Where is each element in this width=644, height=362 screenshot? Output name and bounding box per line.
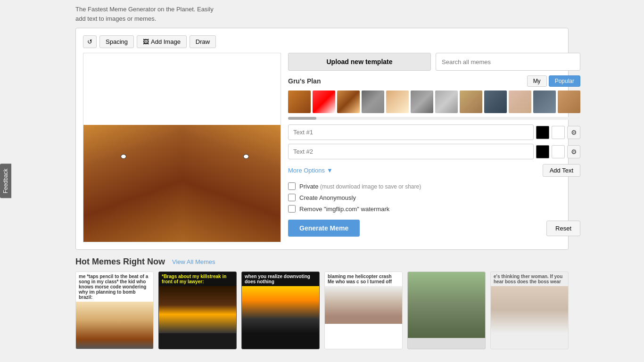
scroll-bar[interactable]	[288, 117, 580, 120]
hot-meme-4-text: blaming me helicopter crash Me who was c…	[325, 272, 402, 286]
meme-grid: me *taps pencil to the beat of a song in…	[75, 272, 569, 349]
text-row-2: ⚙	[288, 144, 580, 159]
thumb-12[interactable]	[558, 90, 580, 113]
text2-color-white[interactable]	[552, 145, 565, 158]
hot-meme-1-text: me *taps pencil to the beat of a song in…	[76, 272, 153, 302]
right-panel: Upload new template Gru's Plan My Popula…	[288, 53, 580, 242]
feedback-sidebar[interactable]: Feedback	[0, 164, 11, 198]
remove-watermark-checkbox[interactable]	[288, 205, 296, 213]
hot-meme-5-img	[408, 272, 485, 338]
meme-canvas	[83, 53, 281, 242]
add-image-icon: 🖼	[143, 38, 149, 45]
thumb-6[interactable]	[411, 90, 433, 113]
generate-meme-button[interactable]: Generate Meme	[288, 220, 360, 237]
hot-memes-header: Hot Memes Right Now View All Memes	[75, 257, 569, 267]
options-row: More Options ▼ Add Text	[288, 164, 580, 177]
hot-meme-1-img	[76, 302, 153, 349]
meme-monkey-section	[83, 125, 281, 242]
create-anon-checkbox[interactable]	[288, 194, 296, 201]
plan-header: Gru's Plan My Popular	[288, 75, 580, 87]
add-text-button[interactable]: Add Text	[543, 164, 580, 177]
right-top-row: Upload new template	[288, 53, 580, 71]
create-anon-label: Create Anonymously	[299, 194, 356, 201]
private-checkbox-row: Private (must download image to save or …	[288, 182, 580, 190]
feedback-label[interactable]: Feedback	[0, 164, 11, 198]
thumb-7[interactable]	[435, 90, 458, 113]
remove-watermark-checkbox-row: Remove "imgflip.com" watermark	[288, 205, 580, 213]
text2-settings-button[interactable]: ⚙	[567, 145, 580, 158]
monkey-left	[83, 125, 182, 242]
text-input-1[interactable]	[288, 124, 534, 140]
thumb-5[interactable]	[386, 90, 409, 113]
image-preview	[83, 53, 281, 242]
hot-meme-3[interactable]: when you realize downvoting does nothing	[241, 272, 320, 349]
text2-color-black[interactable]	[536, 145, 549, 158]
private-checkbox[interactable]	[288, 182, 296, 190]
refresh-button[interactable]: ↺	[83, 35, 97, 48]
text1-settings-button[interactable]: ⚙	[567, 126, 580, 139]
thumb-4[interactable]	[362, 90, 384, 113]
text1-color-black[interactable]	[536, 126, 549, 139]
thumb-9[interactable]	[484, 90, 507, 113]
checkboxes-section: Private (must download image to save or …	[288, 182, 580, 213]
thumb-3[interactable]	[337, 90, 360, 113]
hot-meme-6-text: e's thinking ther woman. If you hear bos…	[491, 272, 568, 286]
hot-meme-6-img	[491, 286, 568, 333]
create-anon-checkbox-row: Create Anonymously	[288, 194, 580, 201]
hot-meme-2-text: *Brags about my killstreak in front of m…	[159, 272, 236, 286]
tab-my[interactable]: My	[527, 75, 547, 87]
action-row: Generate Meme Reset	[288, 220, 580, 237]
hot-meme-6[interactable]: e's thinking ther woman. If you hear bos…	[490, 272, 569, 349]
monkey-left-eye	[121, 154, 126, 159]
search-input[interactable]	[436, 53, 580, 71]
monkey-right-eye	[243, 154, 249, 159]
text-row-1: ⚙	[288, 124, 580, 140]
meme-top-white	[83, 53, 281, 125]
hot-meme-1[interactable]: me *taps pencil to the beat of a song in…	[75, 272, 154, 349]
hot-meme-3-text: when you realize downvoting does nothing	[242, 272, 319, 286]
thumb-2[interactable]	[313, 90, 335, 113]
private-label: Private (must download image to save or …	[299, 183, 421, 190]
hot-meme-5[interactable]	[407, 272, 486, 349]
scroll-handle[interactable]	[288, 117, 316, 120]
remove-watermark-label: Remove "imgflip.com" watermark	[299, 206, 389, 213]
tab-popular[interactable]: Popular	[549, 75, 580, 87]
view-all-link[interactable]: View All Memes	[172, 258, 215, 265]
toolbar: ↺ Spacing 🖼 Add Image Draw	[83, 35, 561, 48]
hot-meme-4[interactable]: blaming me helicopter crash Me who was c…	[324, 272, 403, 349]
hot-memes-section: Hot Memes Right Now View All Memes me *t…	[75, 257, 569, 349]
text1-color-white[interactable]	[552, 126, 565, 139]
reset-button[interactable]: Reset	[546, 221, 580, 236]
add-image-button[interactable]: 🖼 Add Image	[137, 35, 187, 48]
thumb-1[interactable]	[288, 90, 311, 113]
header-description: The Fastest Meme Generator on the Planet…	[0, 0, 644, 28]
thumb-8[interactable]	[460, 90, 482, 113]
meme-thumbnails	[288, 90, 580, 113]
chevron-down-icon: ▼	[327, 167, 333, 174]
hot-memes-title: Hot Memes Right Now	[75, 257, 165, 267]
text-input-2[interactable]	[288, 144, 534, 159]
more-options-button[interactable]: More Options ▼	[288, 167, 333, 174]
hot-meme-2[interactable]: *Brags about my killstreak in front of m…	[158, 272, 237, 349]
hot-meme-4-img	[325, 286, 402, 324]
hot-meme-3-img	[242, 286, 319, 333]
spacing-button[interactable]: Spacing	[99, 35, 134, 48]
text-inputs-section: ⚙ ⚙	[288, 124, 580, 159]
draw-button[interactable]: Draw	[190, 35, 216, 48]
thumb-11[interactable]	[533, 90, 556, 113]
content-area: Upload new template Gru's Plan My Popula…	[83, 53, 561, 242]
plan-title: Gru's Plan	[288, 77, 321, 85]
plan-tabs: My Popular	[527, 75, 580, 87]
upload-template-button[interactable]: Upload new template	[288, 53, 431, 71]
hot-meme-2-img	[159, 286, 236, 333]
monkey-right	[182, 125, 281, 242]
thumb-10[interactable]	[509, 90, 531, 113]
main-container: ↺ Spacing 🖼 Add Image Draw	[75, 28, 569, 250]
